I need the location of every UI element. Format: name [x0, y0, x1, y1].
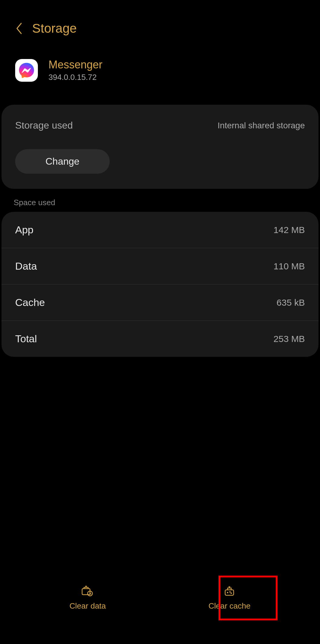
- storage-card: Storage used Internal shared storage Cha…: [2, 105, 318, 189]
- space-value: 142 MB: [274, 225, 305, 235]
- app-info: Messenger 394.0.0.15.72: [0, 45, 320, 96]
- svg-point-5: [231, 593, 232, 593]
- app-icon: [15, 59, 38, 82]
- svg-rect-2: [225, 590, 234, 595]
- app-version: 394.0.0.15.72: [48, 73, 102, 82]
- space-label: Data: [15, 260, 37, 272]
- space-label: Cache: [15, 297, 45, 308]
- space-value: 635 kB: [277, 297, 305, 308]
- space-value: 110 MB: [274, 261, 305, 271]
- storage-used-row: Storage used Internal shared storage: [15, 120, 305, 131]
- space-row-cache[interactable]: Cache 635 kB: [2, 284, 318, 321]
- svg-point-3: [227, 592, 228, 593]
- space-used-label: Space used: [0, 189, 320, 212]
- app-details: Messenger 394.0.0.15.72: [48, 58, 102, 82]
- clear-data-button[interactable]: Clear data: [60, 577, 115, 617]
- clear-data-label: Clear data: [69, 601, 106, 611]
- change-button[interactable]: Change: [15, 149, 110, 174]
- broom-icon: [222, 583, 237, 598]
- storage-used-label: Storage used: [15, 120, 73, 131]
- space-row-data[interactable]: Data 110 MB: [2, 248, 318, 284]
- header: Storage: [0, 0, 320, 45]
- svg-point-4: [230, 592, 230, 592]
- bottom-actions: Clear data Clear cache: [0, 577, 320, 617]
- clear-cache-button[interactable]: Clear cache: [199, 577, 260, 617]
- storage-location: Internal shared storage: [218, 121, 305, 130]
- app-name: Messenger: [48, 58, 102, 71]
- back-icon[interactable]: [15, 22, 23, 35]
- space-card: App 142 MB Data 110 MB Cache 635 kB Tota…: [2, 212, 318, 357]
- space-label: App: [15, 224, 34, 236]
- clear-cache-label: Clear cache: [208, 601, 251, 611]
- space-label: Total: [15, 333, 37, 345]
- page-title: Storage: [32, 21, 77, 36]
- space-row-total: Total 253 MB: [2, 321, 318, 357]
- trash-reset-icon: [80, 583, 95, 598]
- space-value: 253 MB: [274, 334, 305, 344]
- space-row-app[interactable]: App 142 MB: [2, 212, 318, 248]
